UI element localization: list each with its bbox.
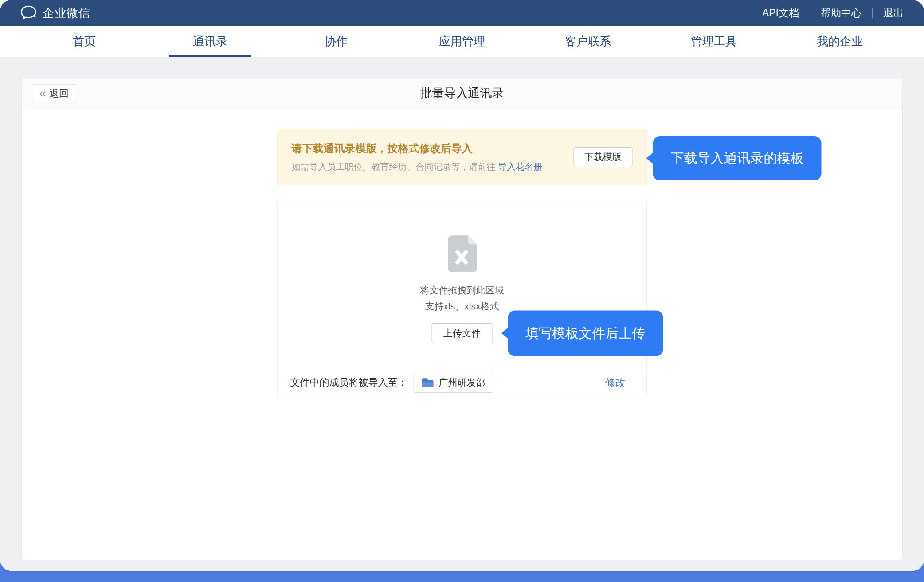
content-column: 请下载通讯录模版，按格式修改后导入 如需导入员工职位、教育经历、合同记录等，请前… <box>277 109 647 398</box>
import-panel: « 返回 批量导入通讯录 请下载通讯录模版，按格式修改后导入 如需导入员工职位、… <box>21 77 903 560</box>
download-template-button[interactable]: 下载模版 <box>574 147 633 167</box>
back-button[interactable]: « 返回 <box>33 84 75 102</box>
nav-home[interactable]: 首页 <box>21 26 147 57</box>
topbar: 企业微信 API文档 帮助中心 退出 <box>0 0 924 26</box>
import-target-row: 文件中的成员将被导入至： 广州研发部 修改 <box>278 367 647 398</box>
panel-header: « 返回 批量导入通讯录 <box>22 78 902 109</box>
double-chevron-left-icon: « <box>39 88 46 99</box>
logout-link[interactable]: 退出 <box>883 6 904 20</box>
drag-hint-text: 将文件拖拽到此区域 <box>420 284 504 297</box>
api-docs-link[interactable]: API文档 <box>762 6 799 20</box>
nav-my-company[interactable]: 我的企业 <box>777 26 903 57</box>
nav-admin-tools[interactable]: 管理工具 <box>651 26 777 57</box>
format-hint-text: 支持xls、xlsx格式 <box>425 300 499 312</box>
notice-subtitle: 如需导入员工职位、教育经历、合同记录等，请前往 导入花名册 <box>292 161 560 173</box>
import-target-label: 文件中的成员将被导入至： <box>290 376 407 389</box>
topbar-divider <box>872 8 873 18</box>
notice-subtitle-text: 如需导入员工职位、教育经历、合同记录等，请前往 <box>292 162 498 172</box>
nav-app-management[interactable]: 应用管理 <box>399 26 525 57</box>
template-notice: 请下载通讯录模版，按格式修改后导入 如需导入员工职位、教育经历、合同记录等，请前… <box>277 129 647 185</box>
help-center-link[interactable]: 帮助中心 <box>821 6 861 20</box>
download-template-callout: 下载导入通讯录的模板 <box>653 136 822 180</box>
upload-dropzone[interactable]: 将文件拖拽到此区域 支持xls、xlsx格式 上传文件 填写模板文件后上传 文件… <box>277 201 647 398</box>
nav-inner: 首页 通讯录 协作 应用管理 客户联系 管理工具 我的企业 <box>21 26 903 57</box>
page-background: « 返回 批量导入通讯录 请下载通讯录模版，按格式修改后导入 如需导入员工职位、… <box>0 57 924 571</box>
department-name: 广州研发部 <box>439 376 485 389</box>
nav-contacts[interactable]: 通讯录 <box>147 26 273 57</box>
excel-file-icon <box>446 235 478 273</box>
topbar-links: API文档 帮助中心 退出 <box>762 6 904 20</box>
brand-name: 企业微信 <box>43 5 90 21</box>
folder-icon <box>422 378 434 388</box>
notice-text: 请下载通讯录模版，按格式修改后导入 如需导入员工职位、教育经历、合同记录等，请前… <box>292 141 560 173</box>
brand[interactable]: 企业微信 <box>20 5 90 21</box>
modify-link[interactable]: 修改 <box>605 376 626 390</box>
screenshot-canvas: 企业微信 API文档 帮助中心 退出 首页 通讯录 协作 应用管理 客户联系 管… <box>0 0 924 582</box>
department-chip[interactable]: 广州研发部 <box>414 373 493 393</box>
main-nav: 首页 通讯录 协作 应用管理 客户联系 管理工具 我的企业 <box>0 26 924 57</box>
upload-button-area: 上传文件 填写模板文件后上传 <box>431 323 493 343</box>
nav-collaboration[interactable]: 协作 <box>273 26 399 57</box>
page-title: 批量导入通讯录 <box>420 85 504 101</box>
app-window: 企业微信 API文档 帮助中心 退出 首页 通讯录 协作 应用管理 客户联系 管… <box>0 0 924 571</box>
upload-file-button[interactable]: 上传文件 <box>431 323 493 343</box>
notice-title: 请下载通讯录模版，按格式修改后导入 <box>292 141 560 156</box>
import-roster-link[interactable]: 导入花名册 <box>498 162 542 172</box>
wework-logo-icon <box>20 5 37 21</box>
upload-file-callout: 填写模板文件后上传 <box>508 310 663 356</box>
nav-customer-contact[interactable]: 客户联系 <box>525 26 651 57</box>
back-button-label: 返回 <box>49 86 69 100</box>
topbar-divider <box>810 8 810 18</box>
